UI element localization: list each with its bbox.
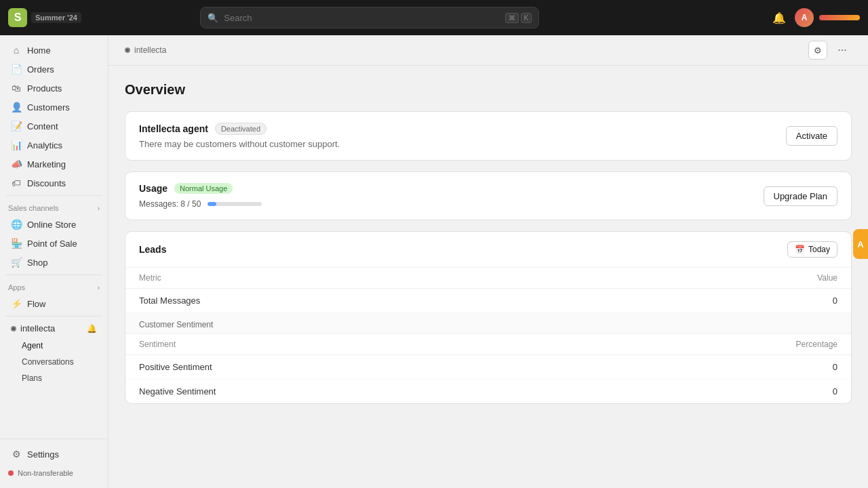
sidebar-item-discounts[interactable]: 🏷 Discounts [3, 174, 105, 192]
sidebar-divider-1 [5, 195, 102, 196]
sidebar-sub-item-plans[interactable]: Plans [3, 370, 105, 386]
main-content: Overview Intellecta agent Deactivated Th… [108, 66, 868, 488]
customer-sentiment-section: Customer Sentiment [125, 313, 851, 334]
notification-bell-button[interactable]: 🔔 [769, 7, 789, 28]
deactivated-badge: Deactivated [215, 123, 267, 135]
sidebar: ⌂ Home 📄 Orders 🛍 Products 👤 Customers 📝… [0, 35, 108, 488]
settings-header-button[interactable]: ⚙ [808, 41, 827, 60]
home-icon: ⌂ [11, 45, 22, 56]
sidebar-item-online-store[interactable]: 🌐 Online Store [3, 215, 105, 234]
page-title: Overview [125, 82, 852, 98]
today-label: Today [808, 245, 830, 254]
sidebar-item-label: Marketing [27, 159, 66, 169]
leads-title: Leads [139, 244, 166, 255]
usage-card: Usage Normal Usage Messages: 8 / 50 Upgr… [125, 171, 852, 220]
sidebar-sub-item-agent[interactable]: Agent [3, 338, 105, 354]
metric-cell: Total Messages [139, 296, 200, 306]
non-transferable-banner: Non-transferable [0, 464, 108, 483]
calendar-icon: 📅 [795, 245, 805, 254]
agent-card-inner: Intellecta agent Deactivated There may b… [125, 112, 851, 160]
orange-bar [819, 15, 860, 20]
agent-title-group: Intellecta agent Deactivated There may b… [139, 123, 340, 149]
agent-description: There may be customers without customer … [139, 139, 340, 149]
sidebar-item-shop[interactable]: 🛒 Shop [3, 253, 105, 272]
sidebar-item-flow[interactable]: ⚡ Flow [3, 294, 105, 313]
leads-header: Leads 📅 Today [125, 232, 851, 268]
apps-section: Apps › [0, 278, 108, 294]
intellecta-nav-item[interactable]: intellecta 🔔 [3, 319, 105, 338]
marketing-icon: 📣 [11, 159, 22, 169]
breadcrumb: intellecta [125, 45, 166, 55]
sidebar-divider-3 [5, 316, 102, 317]
sidebar-item-settings[interactable]: ⚙ Settings [3, 445, 105, 464]
floating-badge[interactable]: A [853, 229, 868, 259]
sidebar-item-label: Orders [27, 64, 54, 75]
sidebar-item-customers[interactable]: 👤 Customers [3, 98, 105, 117]
leads-card: Leads 📅 Today Metric Value Total Message… [125, 231, 852, 404]
table-row: Total Messages 0 [125, 289, 851, 313]
search-shortcut: ⌘ K [505, 13, 532, 23]
header-actions: ⚙ ··· [808, 41, 852, 60]
non-transferable-dot [8, 470, 14, 476]
k-key: K [521, 13, 532, 23]
sales-channels-section: Sales channels › [0, 199, 108, 215]
nav-right: 🔔 A [769, 7, 860, 28]
sidebar-item-label: Products [27, 83, 62, 94]
sidebar-item-orders[interactable]: 📄 Orders [3, 60, 105, 79]
usage-card-inner: Usage Normal Usage Messages: 8 / 50 Upgr… [125, 172, 851, 220]
positive-sentiment-cell: Positive Sentiment [139, 362, 212, 372]
sidebar-item-marketing[interactable]: 📣 Marketing [3, 155, 105, 174]
today-button[interactable]: 📅 Today [787, 241, 837, 258]
avatar[interactable]: A [795, 8, 814, 27]
agent-name: Intellecta agent [139, 123, 208, 134]
sidebar-bottom: ⚙ Settings Non-transferable [0, 439, 108, 483]
sidebar-item-label: Analytics [27, 140, 62, 150]
sentiment-table-header: Sentiment Percentage [125, 334, 851, 355]
sidebar-item-label: Shop [27, 258, 47, 268]
sidebar-item-point-of-sale[interactable]: 🏪 Point of Sale [3, 234, 105, 253]
search-input[interactable] [224, 13, 499, 23]
sidebar-item-label: Point of Sale [27, 239, 77, 249]
agent-header: Intellecta agent Deactivated There may b… [139, 123, 837, 149]
progress-bar-background [208, 202, 262, 206]
table-row: Positive Sentiment 0 [125, 355, 851, 380]
expand-icon[interactable]: › [98, 205, 100, 212]
non-transferable-label: Non-transferable [18, 469, 73, 477]
table-row: Negative Sentiment 0 [125, 380, 851, 403]
shopify-logo[interactable]: S Summer '24 [8, 8, 81, 27]
sidebar-item-products[interactable]: 🛍 Products [3, 79, 105, 98]
sidebar-item-label: Customers [27, 102, 70, 113]
conversations-label: Conversations [22, 357, 74, 367]
sidebar-item-home[interactable]: ⌂ Home [3, 41, 105, 60]
upgrade-plan-button[interactable]: Upgrade Plan [764, 186, 838, 206]
breadcrumb-label: intellecta [134, 45, 166, 55]
orders-icon: 📄 [11, 64, 22, 75]
sidebar-sub-item-conversations[interactable]: Conversations [3, 354, 105, 370]
breadcrumb-dot [125, 47, 130, 53]
value-header: Value [817, 273, 837, 283]
messages-row: Messages: 8 / 50 [139, 199, 262, 209]
activate-button[interactable]: Activate [786, 126, 837, 146]
sidebar-divider-2 [5, 274, 102, 275]
shop-icon: 🛒 [11, 257, 22, 268]
flow-icon: ⚡ [11, 298, 22, 309]
more-options-button[interactable]: ··· [833, 41, 852, 60]
intellect-bell-icon: 🔔 [87, 324, 97, 333]
apps-expand-icon[interactable]: › [98, 284, 100, 291]
sidebar-item-analytics[interactable]: 📊 Analytics [3, 136, 105, 155]
metric-header: Metric [139, 273, 161, 283]
messages-label: Messages: 8 / 50 [139, 199, 201, 209]
agent-label: Agent [22, 341, 43, 350]
search-icon: 🔍 [208, 13, 218, 23]
percentage-header: Percentage [796, 340, 837, 349]
search-bar[interactable]: 🔍 ⌘ K [200, 7, 539, 28]
intellecta-label: intellecta [20, 323, 55, 333]
analytics-icon: 📊 [11, 140, 22, 150]
agent-card: Intellecta agent Deactivated There may b… [125, 111, 852, 161]
sidebar-item-label: Content [27, 121, 58, 131]
plans-label: Plans [22, 373, 42, 383]
progress-bar-fill [208, 202, 216, 206]
sidebar-item-content[interactable]: 📝 Content [3, 117, 105, 136]
usage-header: Usage Normal Usage Messages: 8 / 50 Upgr… [139, 183, 837, 209]
sidebar-item-label: Online Store [27, 220, 76, 230]
